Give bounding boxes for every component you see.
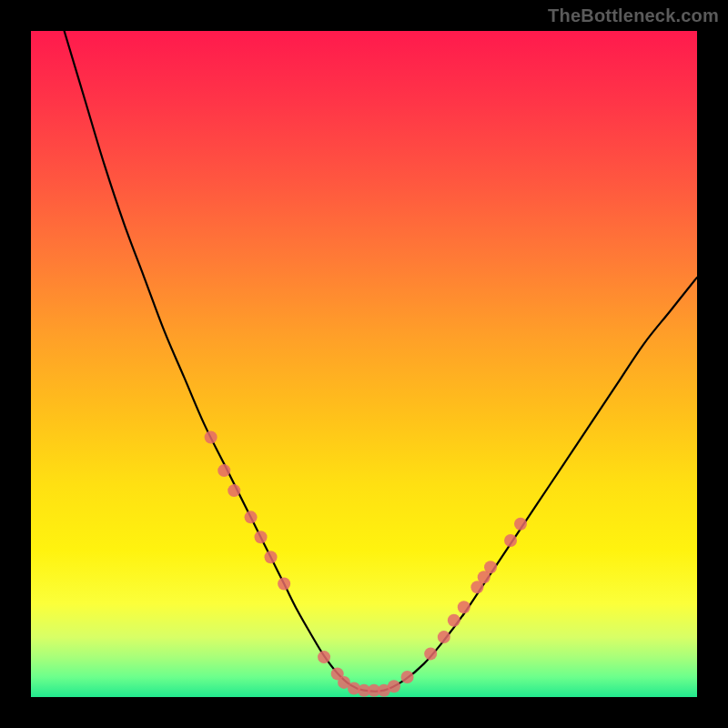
- curve-group: [65, 31, 697, 692]
- marker-dot: [278, 578, 290, 591]
- chart-svg: [31, 31, 697, 697]
- marker-dot: [424, 647, 437, 660]
- marker-dot: [228, 484, 240, 497]
- marker-dot: [448, 614, 460, 627]
- marker-dot: [401, 671, 414, 683]
- marker-dot: [245, 511, 258, 523]
- marker-dot: [265, 551, 278, 563]
- marker-dot: [388, 680, 400, 693]
- marker-dot: [504, 534, 517, 547]
- marker-dot: [484, 561, 497, 573]
- marker-dot: [217, 464, 230, 477]
- watermark-text: TheBottleneck.com: [548, 5, 719, 26]
- marker-dot: [514, 518, 527, 531]
- dot-group: [205, 431, 527, 697]
- marker-dot: [255, 531, 268, 543]
- bottleneck-curve: [65, 31, 697, 692]
- marker-dot: [318, 651, 330, 663]
- marker-dot: [205, 431, 217, 444]
- marker-dot: [438, 631, 450, 643]
- plot-area: [31, 31, 697, 697]
- marker-dot: [458, 601, 470, 613]
